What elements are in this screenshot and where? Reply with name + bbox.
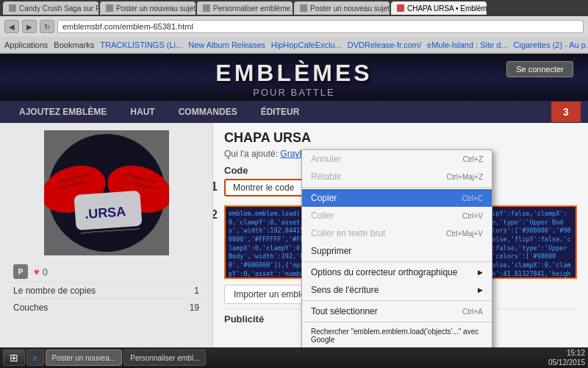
player-icon: P [13, 264, 28, 279]
page-body: .URSA ━━━━━━━━━━━━━━━━ P ♥ 0 [0, 123, 588, 363]
start-button[interactable]: ⊞ [3, 350, 25, 366]
ctx-search[interactable]: Rechercher "emblem.emblem.load('objects'… [302, 324, 492, 347]
address-bar-row: ◀ ▶ ↻ emblemsbf.com/emblem-65381.html [0, 16, 588, 37]
ctx-sens-arrow: ▶ [478, 286, 483, 294]
clock: 15:12 05/12/2015 [548, 348, 585, 367]
taskbar: ⊞ e Poster un nouvea... Personnaliser em… [0, 347, 588, 368]
ctx-coller[interactable]: Coller Ctrl+V [302, 207, 492, 224]
ctx-select-all-shortcut: Ctrl+A [462, 308, 483, 316]
tab-1[interactable]: Candy Crush Saga sur Fac... ✕ [3, 1, 98, 15]
who-added-label: Qui l'a ajouté: [224, 149, 278, 159]
ctx-search-label: Rechercher "emblem.emblem.load('objects'… [311, 328, 483, 344]
show-code-button[interactable]: Montrer le code [224, 179, 303, 197]
bookmark-hiphop[interactable]: HipHopCafeExclu... [271, 40, 342, 49]
ctx-annuler[interactable]: Annuler Ctrl+Z [302, 150, 492, 168]
site-nav: AJOUTEZ EMBLÈME HAUT COMMANDES ÉDITEUR 3 [0, 101, 588, 123]
tab-favicon-5 [397, 4, 404, 12]
taskbar-app-perso[interactable]: Personnaliser embl... [123, 350, 206, 366]
ctx-coller-texte[interactable]: Coller en texte brut Ctrl+Maj+V [302, 224, 492, 242]
heart-area: ♥ 0 [34, 266, 48, 277]
site-title: EMBLÈMES [0, 60, 588, 87]
ctx-select-all[interactable]: Tout sélectionner Ctrl+A [302, 302, 492, 320]
ctx-annuler-label: Annuler [311, 154, 341, 164]
bookmarks-bar: Applications Bookmarks TRACKLISTINGS (Li… [0, 37, 588, 53]
couches-row: Couches 19 [7, 299, 205, 316]
tab-3[interactable]: Personnaliser emblème... ✕ [197, 1, 293, 15]
ctx-retablir-shortcut: Ctrl+Maj+Z [447, 173, 483, 181]
bookmark-cig[interactable]: Cigarettes (2) - Au p... [514, 40, 589, 49]
nav-haut[interactable]: HAUT [118, 101, 166, 123]
clock-date: 05/12/2015 [548, 358, 585, 367]
svg-text:.URSA: .URSA [84, 204, 126, 222]
ctx-retablir[interactable]: Rétablir Ctrl+Maj+Z [302, 168, 492, 185]
ctx-ortho[interactable]: Options du correcteur orthographique ▶ [302, 263, 492, 281]
login-button[interactable]: Se connecter [506, 61, 573, 77]
ctx-coller-texte-label: Coller en texte brut [311, 228, 385, 238]
couches-label: Couches [13, 302, 48, 313]
ctx-sep-3 [302, 300, 492, 301]
tab-favicon-2 [106, 4, 113, 12]
tab-4[interactable]: Poster un nouveau sujet... ✕ [294, 1, 390, 15]
context-menu: Annuler Ctrl+Z Rétablir Ctrl+Maj+Z Copie… [301, 149, 492, 367]
site-subtitle: POUR BATTLE [0, 87, 588, 98]
emblem-title: CHAPA URSA [224, 130, 577, 146]
bookmark-apps[interactable]: Applications [4, 40, 48, 49]
nav-commandes[interactable]: COMMANDES [167, 101, 249, 123]
ctx-copier[interactable]: Copier Ctrl+C [302, 189, 492, 207]
tab-3-label: Personnaliser emblème... [213, 4, 293, 13]
ctx-coller-shortcut: Ctrl+V [462, 212, 483, 220]
heart-icon: ♥ [34, 266, 40, 277]
tab-favicon-3 [203, 4, 210, 12]
site-header: EMBLÈMES POUR BATTLE Se connecter [0, 54, 588, 101]
likes-count: 0 [43, 266, 48, 277]
forward-button[interactable]: ▶ [22, 20, 37, 33]
ctx-copier-shortcut: Ctrl+C [462, 194, 483, 202]
ctx-ortho-label: Options du correcteur orthographique [311, 267, 457, 277]
taskbar-perso-label: Personnaliser embl... [130, 354, 199, 362]
ctx-ortho-arrow: ▶ [478, 269, 483, 276]
ctx-sep-4 [302, 322, 492, 322]
site-content: EMBLÈMES POUR BATTLE Se connecter AJOUTE… [0, 54, 588, 367]
tab-5-active[interactable]: CHAPA URSA • Emblème... ✕ [391, 1, 487, 15]
back-button[interactable]: ◀ [4, 20, 19, 33]
address-text: emblemsbf.com/emblem-65381.html [62, 22, 193, 31]
nav-add-emblem[interactable]: AJOUTEZ EMBLÈME [7, 101, 118, 123]
taskbar-app-ie[interactable]: e [26, 350, 44, 366]
ctx-supprimer-label: Supprimer [311, 246, 351, 256]
bookmark-emule[interactable]: eMule-Island : Site d... [427, 40, 507, 49]
ctx-coller-label: Coller [311, 210, 334, 221]
ctx-supprimer[interactable]: Supprimer [302, 242, 492, 260]
copies-row: Le nombre de copies 1 [7, 282, 205, 299]
tab-2[interactable]: Poster un nouveau sujet... ✕ [100, 1, 196, 15]
address-box[interactable]: emblemsbf.com/emblem-65381.html [57, 20, 584, 33]
taskbar-ie-icon: e [33, 354, 37, 362]
tab-1-label: Candy Crush Saga sur Fac... [19, 4, 98, 13]
ctx-sens-label: Sens de l'écriture [311, 285, 379, 295]
ctx-copier-label: Copier [311, 193, 337, 203]
ctx-sep-2 [302, 261, 492, 262]
copies-label: Le nombre de copies [13, 286, 96, 296]
bookmark-tracklistings[interactable]: TRACKLISTINGS (Li... [100, 40, 182, 49]
ctx-sep-1 [302, 187, 492, 188]
emblem-image: .URSA ━━━━━━━━━━━━━━━━ [44, 130, 169, 255]
bookmark-bookmarks[interactable]: Bookmarks [54, 40, 94, 49]
browser-chrome: Candy Crush Saga sur Fac... ✕ Poster un … [0, 0, 588, 54]
clock-time: 15:12 [548, 348, 585, 358]
taskbar-app-poster[interactable]: Poster un nouvea... [46, 350, 123, 366]
taskbar-poster-label: Poster un nouvea... [52, 354, 116, 362]
nav-editeur[interactable]: ÉDITEUR [249, 101, 312, 123]
ctx-retablir-label: Rétablir [311, 171, 341, 182]
emblem-svg: .URSA ━━━━━━━━━━━━━━━━ [44, 130, 169, 255]
tab-favicon-4 [300, 4, 307, 12]
copies-value: 1 [194, 286, 199, 296]
bookmark-dvd[interactable]: DVDRelease-fr.com/ [348, 40, 421, 49]
badge-number: 3 [551, 102, 581, 122]
reload-button[interactable]: ↻ [40, 20, 54, 33]
bookmark-album[interactable]: New Album Releases [188, 40, 265, 49]
ctx-sens[interactable]: Sens de l'écriture ▶ [302, 281, 492, 299]
tab-favicon-1 [9, 4, 16, 12]
tab-4-label: Poster un nouveau sujet... [310, 4, 390, 13]
tab-5-label: CHAPA URSA • Emblème... [407, 4, 487, 13]
num-2: 2 [213, 208, 218, 222]
ctx-annuler-shortcut: Ctrl+Z [463, 155, 484, 163]
